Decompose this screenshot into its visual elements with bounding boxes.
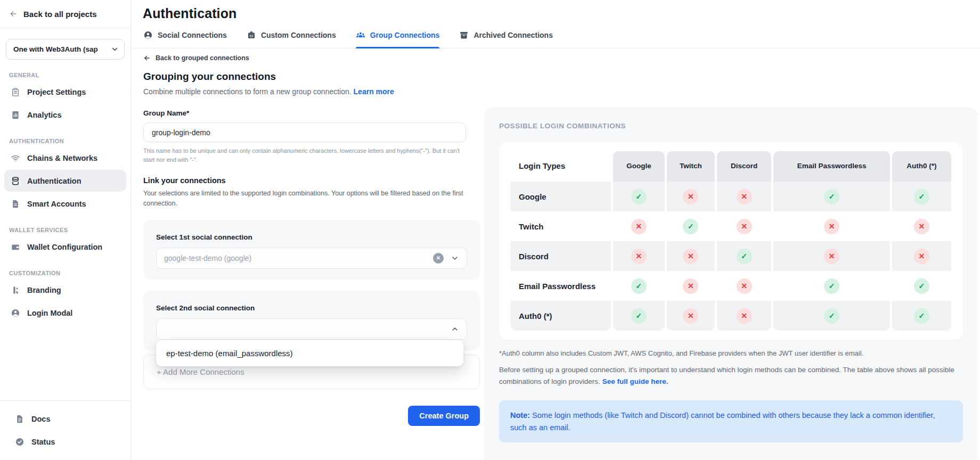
combinations-card: Login TypesGoogleTwitchDiscordEmail Pass… xyxy=(499,142,963,340)
sidebar-item-analytics[interactable]: Analytics xyxy=(4,104,126,126)
table-column-header: Email Passwordless xyxy=(773,151,889,182)
sidebar: Back to all projects One with Web3Auth (… xyxy=(0,0,131,460)
combination-cell: ✕ xyxy=(773,211,889,241)
add-more-label: + Add More Connections xyxy=(157,367,244,376)
tab-group-connections[interactable]: Group Connections xyxy=(356,30,440,48)
combination-cell: ✕ xyxy=(717,211,771,241)
sidebar-item-authentication[interactable]: Authentication xyxy=(4,170,126,192)
back-to-projects-link[interactable]: Back to all projects xyxy=(0,0,130,28)
x-icon: ✕ xyxy=(683,308,698,324)
tab-custom-connections[interactable]: Custom Connections xyxy=(247,30,336,48)
group-name-input[interactable]: group-login-demo xyxy=(143,122,466,142)
sidebar-item-chains-networks[interactable]: Chains & Networks xyxy=(4,147,126,169)
select1-dropdown[interactable]: google-test-demo (google) ✕ xyxy=(156,248,467,269)
clear-selection-icon[interactable]: ✕ xyxy=(433,253,444,264)
combination-cell: ✕ xyxy=(667,301,715,331)
learn-more-link[interactable]: Learn more xyxy=(354,87,394,96)
combinations-panel-title: POSSIBLE LOGIN COMBINATIONS xyxy=(499,122,963,130)
combination-cell: ✕ xyxy=(892,211,951,241)
table-column-header: Auth0 (*) xyxy=(892,151,951,182)
table-row: Email Passwordless✓✕✕✓✓ xyxy=(511,271,951,301)
check-icon: ✓ xyxy=(914,278,929,294)
back-to-grouped-connections-link[interactable]: Back to grouped connections xyxy=(143,54,480,62)
doc-icon xyxy=(14,414,24,424)
users-group-icon xyxy=(356,30,365,40)
combinations-description-text: Before setting up a grouped connection, … xyxy=(499,366,954,385)
link-connections-description: Your selections are limited to the suppo… xyxy=(143,188,472,209)
group-name-helper: This name has to be unique and can only … xyxy=(143,146,463,164)
table-column-header: Login Types xyxy=(511,151,611,182)
check-icon: ✓ xyxy=(914,308,929,324)
select2-options-menu: ep-test-demo (email_passwordless) xyxy=(156,340,463,366)
sidebar-item-status[interactable]: Status xyxy=(9,431,122,453)
table-row: Twitch✕✓✕✕✕ xyxy=(511,211,951,241)
tab-social-connections[interactable]: Social Connections xyxy=(143,30,227,48)
combination-cell: ✕ xyxy=(717,182,771,211)
clipboard-icon xyxy=(10,87,20,97)
project-selector[interactable]: One with Web3Auth (sap xyxy=(6,39,125,60)
x-icon: ✕ xyxy=(914,249,929,264)
combination-cell: ✓ xyxy=(773,301,889,331)
select2-dropdown[interactable] xyxy=(156,318,467,340)
table-column-header: Discord xyxy=(717,151,771,182)
auth0-footnote: *Auth0 column also includes Custom JWT, … xyxy=(499,349,963,357)
sidebar-item-label: Status xyxy=(31,438,55,446)
combination-cell: ✕ xyxy=(613,241,665,271)
sidebar-item-label: Wallet Configuration xyxy=(27,243,102,251)
combination-cell: ✓ xyxy=(773,182,889,211)
group-name-label: Group Name* xyxy=(143,109,480,117)
sidebar-item-label: Chains & Networks xyxy=(27,154,97,162)
arrow-left-icon xyxy=(143,54,151,62)
sidebar-section-label: WALLET SERVICES xyxy=(9,227,121,233)
back-to-projects-label: Back to all projects xyxy=(23,10,97,19)
combination-cell: ✓ xyxy=(613,182,665,211)
combination-cell: ✕ xyxy=(667,241,715,271)
note-label: Note: xyxy=(510,411,530,420)
check-circle-icon xyxy=(14,437,24,447)
table-column-header: Google xyxy=(613,151,665,182)
note-box: Note: Some login methods (like Twitch an… xyxy=(499,400,963,442)
tab-archived-connections[interactable]: Archived Connections xyxy=(459,30,553,48)
sidebar-item-project-settings[interactable]: Project Settings xyxy=(4,81,126,103)
grouping-subheading-text: Combine multiple connections to form a n… xyxy=(143,87,352,96)
chevron-up-icon xyxy=(451,325,459,333)
sidebar-item-login-modal[interactable]: Login Modal xyxy=(4,302,126,324)
full-guide-link[interactable]: See full guide here. xyxy=(602,377,668,385)
combination-cell: ✓ xyxy=(613,301,665,331)
sidebar-item-label: Docs xyxy=(31,415,50,423)
analytics-icon xyxy=(10,110,20,120)
check-icon: ✓ xyxy=(824,189,839,204)
branding-icon xyxy=(10,285,20,295)
dropdown-option[interactable]: ep-test-demo (email_passwordless) xyxy=(166,349,453,358)
row-label: Email Passwordless xyxy=(511,271,611,301)
select1-value: google-test-demo (google) xyxy=(164,254,251,262)
combination-cell: ✕ xyxy=(892,241,951,271)
sidebar-item-docs[interactable]: Docs xyxy=(9,408,122,430)
back-link-label: Back to grouped connections xyxy=(156,54,249,62)
x-icon: ✕ xyxy=(683,189,698,204)
sidebar-item-smart-accounts[interactable]: Smart Accounts xyxy=(4,193,126,215)
sidebar-item-label: Authentication xyxy=(27,177,81,185)
sidebar-item-wallet-configuration[interactable]: Wallet Configuration xyxy=(4,236,126,258)
sidebar-item-label: Project Settings xyxy=(27,88,86,96)
tab-bar: Social ConnectionsCustom ConnectionsGrou… xyxy=(131,30,980,48)
project-selector-value: One with Web3Auth (sap xyxy=(13,45,98,53)
sidebar-item-branding[interactable]: Branding xyxy=(4,279,126,301)
check-icon: ✓ xyxy=(914,189,929,204)
tab-label: Custom Connections xyxy=(261,31,336,39)
page-title: Authentication xyxy=(131,0,980,21)
archive-icon xyxy=(459,30,469,40)
arrow-left-icon xyxy=(9,10,18,18)
create-group-button[interactable]: Create Group xyxy=(408,406,480,426)
x-icon: ✕ xyxy=(824,219,839,234)
sidebar-nav: GENERALProject SettingsAnalyticsAUTHENTI… xyxy=(0,60,130,325)
x-icon: ✕ xyxy=(914,219,929,234)
sidebar-section-label: GENERAL xyxy=(9,72,121,78)
tab-label: Archived Connections xyxy=(473,31,553,39)
sidebar-item-label: Login Modal xyxy=(27,309,72,317)
sidebar-item-label: Branding xyxy=(27,286,61,294)
tab-label: Group Connections xyxy=(370,31,440,39)
table-column-header: Twitch xyxy=(667,151,715,182)
x-icon: ✕ xyxy=(737,278,752,294)
table-header-row: Login TypesGoogleTwitchDiscordEmail Pass… xyxy=(511,151,951,182)
